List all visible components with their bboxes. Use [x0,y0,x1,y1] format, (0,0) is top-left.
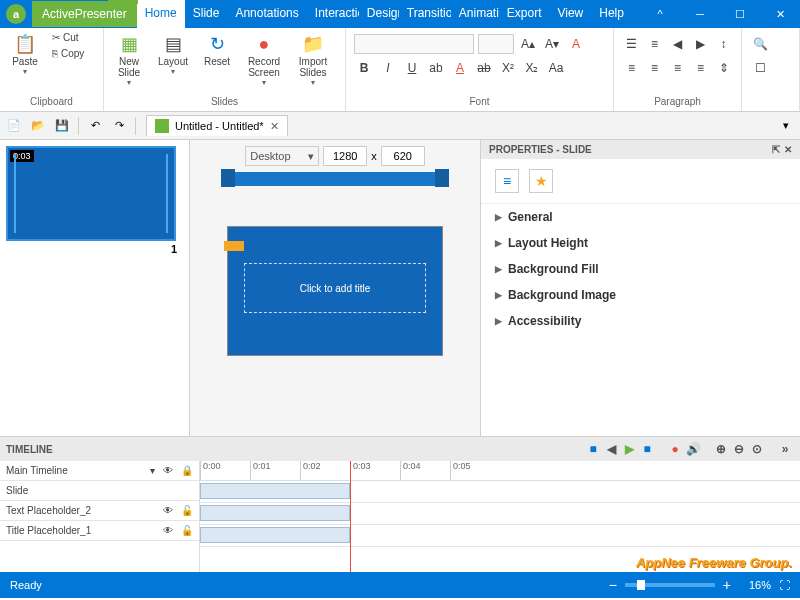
eye-icon[interactable]: 👁 [163,465,173,476]
copy-button[interactable]: ⎘Copy [48,46,88,61]
minimize-icon[interactable]: ─ [680,0,720,28]
track-text-placeholder[interactable]: Text Placeholder_2👁🔓 [0,501,199,521]
close-document-icon[interactable]: ✕ [270,120,279,133]
tab-export[interactable]: Export [499,0,550,28]
play-icon[interactable]: ▶ [620,440,638,458]
align-justify-button[interactable]: ≡ [691,58,710,78]
lock-icon[interactable]: 🔓 [181,505,193,516]
height-input[interactable] [381,146,425,166]
title-placeholder[interactable]: Click to add title [244,263,426,313]
clip-bar[interactable] [200,505,350,521]
eye-icon[interactable]: 👁 [163,525,173,536]
chevron-down-icon[interactable]: ▾ [150,465,155,476]
font-color-button[interactable]: A [450,58,470,78]
ruler-start-handle[interactable] [221,169,235,187]
section-general[interactable]: General [481,204,800,230]
new-file-icon[interactable]: 📄 [4,116,24,136]
section-layout-height[interactable]: Layout Height [481,230,800,256]
vertical-align-button[interactable]: ⇕ [714,58,733,78]
align-right-button[interactable]: ≡ [668,58,687,78]
align-center-button[interactable]: ≡ [645,58,664,78]
rewind-icon[interactable]: ◀ [602,440,620,458]
slide-thumbnail[interactable]: 0:03 [6,146,176,241]
fit-zoom-icon[interactable]: ⛶ [779,579,790,591]
section-accessibility[interactable]: Accessibility [481,308,800,334]
tab-home[interactable]: Home [137,0,185,28]
italic-button[interactable]: I [378,58,398,78]
clip-bar[interactable] [200,483,350,499]
pin-icon[interactable]: ⇱ [772,144,780,155]
redo-icon[interactable]: ↷ [109,116,129,136]
line-spacing-button[interactable]: ↕ [714,34,733,54]
find-button[interactable]: 🔍 [750,34,770,54]
layout-button[interactable]: ▤Layout▾ [152,30,194,78]
reset-button[interactable]: ↻Reset [196,30,238,69]
case-button[interactable]: Aa [546,58,566,78]
font-size-select[interactable] [478,34,514,54]
clip-bar[interactable] [200,527,350,543]
zoom-fit-timeline-icon[interactable]: ⊙ [748,440,766,458]
indent-more-button[interactable]: ▶ [691,34,710,54]
slide-props-tab-icon[interactable]: ≡ [495,169,519,193]
font-family-select[interactable] [354,34,474,54]
save-icon[interactable]: 💾 [52,116,72,136]
lock-icon[interactable]: 🔒 [181,465,193,476]
main-timeline-row[interactable]: Main Timeline ▾ 👁 🔒 [0,461,199,481]
decrease-font-icon[interactable]: A▾ [542,34,562,54]
tab-view[interactable]: View [549,0,591,28]
slide-canvas[interactable]: Click to add title [227,226,443,356]
tab-design[interactable]: Design [359,0,399,28]
bullets-button[interactable]: ☰ [622,34,641,54]
record-audio-icon[interactable]: ● [666,440,684,458]
star-props-tab-icon[interactable]: ★ [529,169,553,193]
slide-marker-icon[interactable] [224,241,244,251]
volume-icon[interactable]: 🔊 [684,440,702,458]
slide-ruler[interactable] [227,172,443,186]
underline-button[interactable]: U [402,58,422,78]
zoom-thumb[interactable] [637,580,645,590]
zoom-slider[interactable] [625,583,715,587]
tab-transitions[interactable]: Transitions [399,0,451,28]
zoom-in-icon[interactable]: + [723,577,731,593]
zoom-in-timeline-icon[interactable]: ⊕ [712,440,730,458]
zoom-out-icon[interactable]: − [609,577,617,593]
tab-annotations[interactable]: Annotations [227,0,306,28]
track-bar-row[interactable] [200,527,800,547]
playhead[interactable] [350,461,351,572]
increase-font-icon[interactable]: A▴ [518,34,538,54]
strike-button[interactable]: ab [474,58,494,78]
track-slide[interactable]: Slide [0,481,199,501]
width-input[interactable] [323,146,367,166]
tab-animations[interactable]: Animations [451,0,499,28]
track-bar-row[interactable] [200,505,800,525]
document-tab[interactable]: Untitled - Untitled* ✕ [146,115,288,136]
tab-help[interactable]: Help [591,0,632,28]
maximize-icon[interactable]: ☐ [720,0,760,28]
record-screen-button[interactable]: ●Record Screen▾ [240,30,288,89]
tab-interactions[interactable]: Interactions [307,0,359,28]
section-background-image[interactable]: Background Image [481,282,800,308]
panel-options-icon[interactable]: ▾ [776,116,796,136]
bold-button[interactable]: B [354,58,374,78]
import-slides-button[interactable]: 📁Import Slides▾ [290,30,336,89]
ruler-end-handle[interactable] [435,169,449,187]
superscript-button[interactable]: X² [498,58,518,78]
section-background-fill[interactable]: Background Fill [481,256,800,282]
device-select[interactable]: Desktop▾ [245,146,319,166]
new-slide-button[interactable]: ▦New Slide▾ [108,30,150,89]
zoom-out-timeline-icon[interactable]: ⊖ [730,440,748,458]
subscript-button[interactable]: X₂ [522,58,542,78]
more-timeline-icon[interactable]: » [776,440,794,458]
clear-format-icon[interactable]: A [566,34,586,54]
stop-icon[interactable]: ■ [638,440,656,458]
select-button[interactable]: ☐ [750,58,770,78]
track-title-placeholder[interactable]: Title Placeholder_1👁🔓 [0,521,199,541]
cut-button[interactable]: ✂Cut [48,30,88,45]
eye-icon[interactable]: 👁 [163,505,173,516]
undo-icon[interactable]: ↶ [85,116,105,136]
paste-button[interactable]: 📋 Paste ▾ [4,30,46,78]
close-icon[interactable]: ✕ [760,0,800,28]
collapse-ribbon-icon[interactable]: ^ [640,0,680,28]
close-panel-icon[interactable]: ✕ [784,144,792,155]
open-file-icon[interactable]: 📂 [28,116,48,136]
